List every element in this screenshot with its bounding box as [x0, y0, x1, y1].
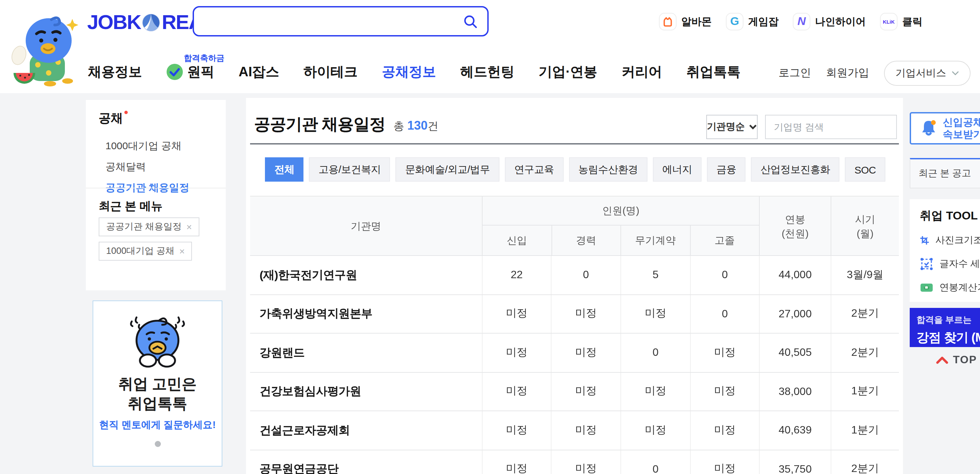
logo-text-left: JOBK — [87, 11, 141, 34]
cell-시기: 1분기 — [831, 373, 899, 411]
top-header: JOBK REA 알바몬 — [0, 0, 980, 93]
main-content: 공공기관 채용일정 총 130건 기관명순 — [246, 98, 903, 474]
klik-link[interactable]: KLiK 클릭 — [880, 13, 923, 30]
filter-산업정보진흥화[interactable]: 산업정보진흥화 — [751, 157, 840, 182]
filter-에너지[interactable]: 에너지 — [653, 157, 702, 182]
company-search — [765, 115, 897, 139]
albamon-link[interactable]: 알바몬 — [659, 13, 712, 30]
cell-신입: 미정 — [482, 334, 552, 372]
scroll-to-top-button[interactable]: TOP — [936, 354, 977, 366]
sidebar-item-공공기관채용일정[interactable]: 공공기관 채용일정 — [105, 180, 189, 195]
close-icon[interactable]: × — [180, 246, 185, 257]
new-dot — [124, 111, 128, 114]
global-search — [192, 6, 488, 36]
filter-SOC[interactable]: SOC — [845, 157, 885, 182]
sidebar-item-공채달력[interactable]: 공채달력 — [105, 159, 189, 174]
jobkorea-logo[interactable]: JOBK REA — [87, 11, 202, 34]
global-search-input[interactable] — [194, 15, 463, 27]
nav-기업연봉[interactable]: 기업·연봉 — [539, 62, 597, 81]
col-header-고졸: 고졸 — [690, 225, 759, 255]
sort-select[interactable]: 기관명순 — [706, 115, 758, 139]
signup-link[interactable]: 회원가입 — [826, 66, 869, 80]
category-filter-tabs: 전체 고용/보건복지 문화예술/외교/법무 연구교육 농림수산환경 에너지 금융… — [265, 157, 885, 182]
filter-문화예술외교법무[interactable]: 문화예술/외교/법무 — [396, 157, 500, 182]
nav-취업톡톡[interactable]: 취업톡톡 — [686, 62, 740, 81]
sidebar-item-1000대기업공채[interactable]: 1000대기업 공채 — [105, 138, 189, 153]
recent-tag[interactable]: 1000대기업 공채 × — [99, 242, 192, 261]
cell-연봉: 40,505 — [760, 334, 831, 372]
nav-헤드헌팅[interactable]: 헤드헌팅 — [460, 62, 514, 81]
bell-icon — [919, 119, 938, 138]
cell-신입: 미정 — [482, 373, 552, 411]
gamejob-link[interactable]: G 게임잡 — [726, 13, 779, 30]
cell-경력: 미정 — [552, 334, 621, 372]
org-name-link[interactable]: 건강보험심사평가원 — [250, 373, 482, 411]
total-count: 총 130건 — [393, 119, 438, 135]
jobtalk-promo-banner[interactable]: 취업 고민은 취업톡톡 현직 멘토에게 질문하세요! — [92, 300, 222, 466]
recruit-schedule-table: 기관명 인원(명) 신입 경력 무기계약 고졸 연봉(천원) — [250, 196, 899, 474]
cell-무기계약: 미정 — [621, 411, 691, 449]
filter-전체[interactable]: 전체 — [265, 157, 304, 182]
new-recruit-alert-button[interactable]: 신입공채 속보받기 — [910, 112, 980, 144]
col-header-인원명: 인원(명) — [482, 197, 759, 225]
recent-posts-label: 최근 본 공고 — [918, 168, 971, 180]
cell-무기계약: 0 — [621, 334, 691, 372]
search-icon[interactable] — [463, 14, 478, 29]
nav-커리어[interactable]: 커리어 — [622, 62, 662, 81]
cell-무기계약: 0 — [621, 450, 691, 474]
recent-tag[interactable]: 공공기관 채용일정 × — [99, 217, 199, 236]
cell-연봉: 40,639 — [760, 411, 831, 449]
check-circle-icon — [166, 63, 183, 80]
org-name-link[interactable]: 공무원연금공단 — [250, 450, 482, 474]
cell-고졸: 미정 — [691, 373, 760, 411]
nav-원픽[interactable]: 합격축하금 원픽 — [166, 62, 214, 81]
cell-시기: 2분기 — [831, 295, 899, 333]
nav-AI잡스[interactable]: AI잡스 — [239, 62, 279, 81]
org-name-link[interactable]: (재)한국전기연구원 — [250, 256, 482, 294]
nav-하이테크[interactable]: 하이테크 — [304, 62, 358, 81]
nav-채용정보[interactable]: 채용정보 — [88, 62, 142, 81]
banner-title: 강점 찾기 (MICT — [916, 329, 980, 346]
filter-고용보건복지[interactable]: 고용/보건복지 — [309, 157, 390, 182]
filter-농림수산환경[interactable]: 농림수산환경 — [569, 157, 647, 182]
salary-calc-icon — [920, 281, 933, 294]
tool-photo-resize[interactable]: 사진크기조정 — [920, 234, 980, 247]
crop-icon — [920, 234, 929, 247]
close-icon[interactable]: × — [186, 222, 192, 232]
cell-신입: 미정 — [482, 411, 552, 449]
ninehire-link[interactable]: N 나인하이어 — [793, 13, 866, 30]
cell-고졸: 0 — [691, 256, 760, 294]
strength-finder-banner[interactable]: 합격을 부르는 강점 찾기 (MICT — [910, 308, 980, 347]
nav-badge: 합격축하금 — [184, 52, 224, 64]
albamon-icon — [659, 13, 676, 30]
cell-신입: 미정 — [482, 450, 552, 474]
klik-icon: KLiK — [880, 13, 897, 30]
nav-공채정보[interactable]: 공채정보 — [382, 62, 436, 81]
col-header-연봉: 연봉(천원) — [760, 197, 831, 255]
chevron-up-icon — [936, 356, 948, 364]
tool-char-counter[interactable]: 글자수 세기 — [920, 257, 980, 271]
char-count-icon — [920, 257, 933, 271]
cell-고졸: 0 — [691, 295, 760, 333]
biz-service-button[interactable]: 기업서비스 — [884, 61, 970, 86]
cell-신입: 미정 — [482, 295, 552, 333]
chevron-down-icon — [951, 71, 959, 76]
filter-금융[interactable]: 금융 — [707, 157, 746, 182]
filter-연구교육[interactable]: 연구교육 — [505, 157, 564, 182]
col-header-시기: 시기(월) — [831, 197, 899, 255]
cell-시기: 1분기 — [831, 411, 899, 449]
org-name-link[interactable]: 건설근로자공제회 — [250, 411, 482, 449]
company-search-input[interactable] — [766, 122, 904, 132]
table-row: 강원랜드 미정 미정 0 미정 40,505 2분기 — [250, 333, 899, 372]
beachball-icon — [142, 13, 161, 32]
login-link[interactable]: 로그인 — [779, 66, 811, 80]
ninehire-icon: N — [793, 13, 810, 30]
org-name-link[interactable]: 가축위생방역지원본부 — [250, 295, 482, 333]
recent-posts-box[interactable]: 최근 본 공고 0 — [910, 158, 980, 189]
table-row: 공무원연금공단 미정 미정 0 미정 35,750 2분기 — [250, 449, 899, 474]
table-row: 건설근로자공제회 미정 미정 미정 미정 40,639 1분기 — [250, 411, 899, 449]
org-name-link[interactable]: 강원랜드 — [250, 334, 482, 372]
carousel-dot[interactable] — [154, 441, 161, 447]
tool-salary-calculator[interactable]: 연봉계산기 — [920, 281, 980, 294]
title-row: 공공기관 채용일정 총 130건 — [254, 113, 438, 135]
